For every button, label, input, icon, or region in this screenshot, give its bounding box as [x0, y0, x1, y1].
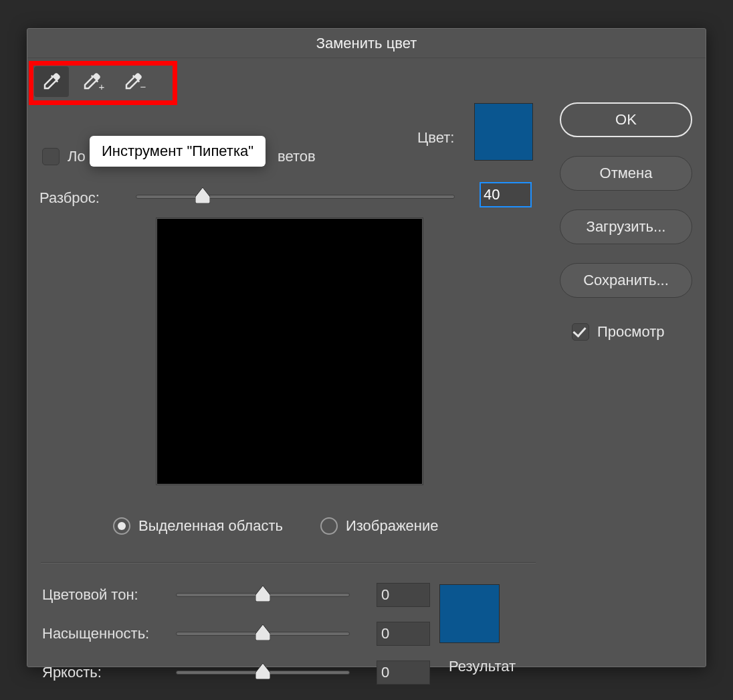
source-color-swatch[interactable]: [474, 103, 533, 161]
eyedropper-tool[interactable]: [34, 66, 69, 97]
preview-checkbox-label: Просмотр: [597, 323, 664, 341]
saturation-slider-thumb[interactable]: [255, 624, 270, 640]
hue-row: Цветовой тон:: [42, 583, 430, 607]
hue-input[interactable]: [377, 583, 430, 607]
replace-color-dialog: Заменить цвет + − Инструмент "Пипетка": [27, 28, 706, 667]
lightness-slider-thumb[interactable]: [255, 663, 270, 679]
saturation-row: Насыщенность:: [42, 622, 430, 646]
load-button[interactable]: Загрузить...: [560, 209, 692, 244]
button-panel: OK Отмена Загрузить... Сохранить... Прос…: [560, 102, 692, 341]
eyedropper-subtract-tool[interactable]: −: [117, 66, 152, 97]
lightness-row: Яркость:: [42, 661, 430, 685]
save-button[interactable]: Сохранить...: [560, 263, 692, 298]
localized-clusters-label-start: Ло: [68, 148, 86, 165]
source-color-label: Цвет:: [417, 129, 454, 147]
ok-button[interactable]: OK: [560, 102, 692, 137]
hue-slider-thumb[interactable]: [255, 586, 270, 602]
dialog-content: + − Инструмент "Пипетка" Ло ветов Цвет: …: [27, 58, 706, 667]
preview-mode-selection[interactable]: Выделенная область: [113, 517, 283, 535]
tooltip: Инструмент "Пипетка": [90, 136, 266, 167]
lightness-label: Яркость:: [42, 664, 176, 681]
fuzziness-slider-thumb[interactable]: [195, 187, 210, 203]
preview-mode-group: Выделенная область Изображение: [113, 517, 439, 535]
lightness-input[interactable]: [377, 661, 430, 685]
cancel-button[interactable]: Отмена: [560, 156, 692, 191]
hue-slider[interactable]: [176, 593, 350, 597]
preview-checkbox[interactable]: [572, 323, 589, 341]
radio-image-label: Изображение: [346, 517, 439, 535]
result-label: Результат: [449, 658, 516, 675]
preview-mode-image[interactable]: Изображение: [320, 517, 439, 535]
saturation-input[interactable]: [377, 622, 430, 646]
saturation-slider[interactable]: [176, 632, 350, 636]
radio-selection-label: Выделенная область: [138, 517, 283, 535]
saturation-label: Насыщенность:: [42, 625, 176, 642]
selection-preview: [156, 217, 423, 485]
eyedropper-add-tool[interactable]: +: [76, 66, 110, 97]
eyedropper-tool-group: + −: [34, 66, 152, 97]
section-divider: [41, 562, 536, 563]
fuzziness-slider[interactable]: [136, 195, 455, 199]
eyedropper-icon: [41, 72, 62, 92]
result-color-swatch[interactable]: [439, 584, 500, 643]
lightness-slider[interactable]: [176, 671, 350, 675]
dialog-title: Заменить цвет: [27, 29, 706, 58]
fuzziness-label: Разброс:: [39, 189, 100, 207]
localized-clusters-checkbox[interactable]: [42, 148, 60, 165]
localized-clusters-label-end: ветов: [278, 148, 316, 165]
fuzziness-input[interactable]: [480, 182, 532, 207]
hue-label: Цветовой тон:: [42, 586, 176, 604]
